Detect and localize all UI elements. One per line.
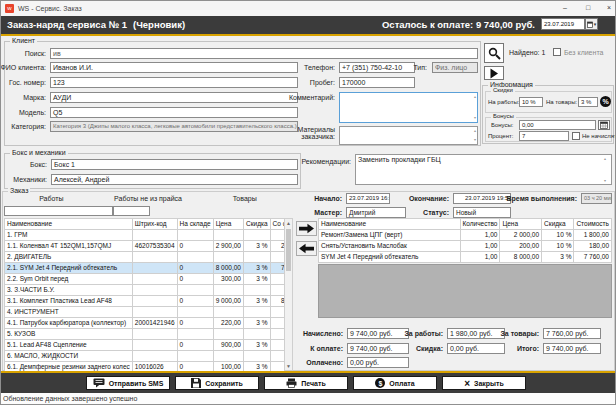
column-header[interactable]: Количество	[460, 219, 500, 230]
add-item-button[interactable]	[296, 221, 317, 236]
table-row[interactable]: 2. ДВИГАТЕЛЬ	[5, 252, 285, 263]
table-row[interactable]: 3. З.ЧАСТИ Б.У.	[5, 285, 285, 296]
table-cell: 1,00	[460, 230, 500, 241]
tab-works[interactable]: Работы	[3, 195, 100, 202]
column-header[interactable]: Стоимость	[574, 219, 612, 230]
table-row[interactable]: 4. ИНСТРУМЕНТ	[5, 307, 285, 318]
bonus-calendar-button[interactable]	[598, 120, 610, 130]
discount-percent-button[interactable]: %	[600, 96, 611, 107]
payment-button[interactable]: $ Оплата	[353, 376, 437, 390]
print-button[interactable]: Печать	[264, 376, 348, 390]
no-client-checkbox[interactable]	[553, 48, 561, 56]
table-cell: 0	[177, 274, 213, 285]
table-cell	[132, 329, 177, 340]
maximize-button[interactable]: □	[586, 4, 590, 11]
table-row[interactable]: 1. ГРМ	[5, 230, 285, 241]
table-cell	[243, 329, 270, 340]
column-header[interactable]: Цена	[500, 219, 542, 230]
scroll-down-icon[interactable]: ▾	[604, 179, 614, 183]
bonuses-legend: Бонусы	[491, 113, 516, 119]
scrollbar-thumb[interactable]	[286, 229, 291, 271]
brand-field[interactable]: АУДИ	[50, 92, 298, 103]
scroll-down-icon[interactable]: ▼	[286, 363, 291, 369]
column-header[interactable]: Скидка	[542, 219, 574, 230]
recommendations-textarea[interactable]: Заменить прокладки ГБЦ	[355, 154, 612, 185]
box-select[interactable]: Бокс 1	[51, 159, 298, 170]
scroll-up-icon[interactable]: ▴	[474, 129, 476, 133]
send-sms-label: Отправить SMS	[109, 380, 164, 387]
column-header[interactable]: Наименование	[319, 219, 461, 230]
table-row[interactable]: 5.1. Lead AF48 Сцепление0900,003 %873,00	[5, 340, 285, 351]
scroll-down-icon[interactable]: ▾	[474, 138, 476, 142]
mechanics-select[interactable]: Алексей, Андрей	[51, 174, 298, 185]
phone-field[interactable]: +7 (351) 750-42-10	[339, 62, 415, 73]
table-cell: 2.1. SYM Jet 4 Передний обтекатель	[5, 263, 133, 274]
client-search-button[interactable]	[484, 43, 504, 63]
send-sms-button[interactable]: Отправить SMS	[86, 376, 170, 390]
column-header[interactable]: На складе	[177, 219, 213, 230]
client-search-input[interactable]: ив	[50, 48, 478, 59]
comment-textarea[interactable]: ▴ ▾	[339, 92, 478, 123]
table-row[interactable]: 6.1. Демпферные резинки заднего колес100…	[5, 362, 285, 372]
table-cell	[243, 285, 270, 296]
tab-goods[interactable]: Товары	[196, 195, 293, 202]
model-field[interactable]: Q5	[50, 107, 298, 118]
column-header[interactable]: Наименование	[5, 219, 133, 230]
order-date-input[interactable]: 23.07.2019	[541, 18, 585, 30]
table-row[interactable]: SYM Jet 4 Передний обтекатель1,008 000,0…	[319, 252, 612, 263]
table-row[interactable]: 4.1. Патрубок карбюратора (коллектор)200…	[5, 318, 285, 329]
bonus-percent-label: Процент:	[488, 133, 513, 139]
order-header: Заказ-наряд сервиса № 1 (Черновик) Остал…	[1, 16, 616, 34]
no-accrue-checkbox[interactable]	[572, 132, 580, 140]
column-header[interactable]: Цена	[213, 219, 243, 230]
column-header[interactable]: Со скидкой	[270, 219, 284, 230]
remove-item-button[interactable]	[296, 241, 317, 256]
expand-panel-button[interactable]	[484, 66, 504, 80]
table-cell: 10 %	[542, 241, 574, 252]
client-group: Клиент Поиск: ив ФИО клиента: Иванов И.И…	[4, 41, 481, 146]
category-select[interactable]: Категория 3 (Джипы малого класса, легков…	[50, 121, 298, 132]
table-cell	[132, 351, 177, 362]
scroll-down-icon[interactable]: ▾	[474, 116, 476, 120]
catalog-scrollbar[interactable]: ▲ ▼	[284, 218, 293, 371]
mileage-stepper[interactable]: 170000	[339, 77, 415, 88]
table-row[interactable]: 2.2. Sym Orbit перед0300,003 %291,00	[5, 274, 285, 285]
table-cell: 10016026	[132, 362, 177, 372]
table-row[interactable]: 3.1. Комплект Пластика Lead AF4809 000,0…	[5, 296, 285, 307]
close-window-button[interactable]: ×	[607, 4, 611, 11]
client-type-field[interactable]: Физ. лицо	[432, 62, 478, 73]
minimize-button[interactable]: –	[563, 4, 567, 11]
scroll-up-icon[interactable]: ▲	[286, 220, 291, 226]
mileage-label: Пробег:	[310, 79, 335, 86]
materials-textarea[interactable]: ▴ ▾	[339, 126, 478, 145]
table-cell	[270, 285, 284, 296]
table-row[interactable]: 5. КУЗОВ	[5, 329, 285, 340]
box-mechanics-legend: Бокс и механики	[10, 149, 68, 156]
tab-works-custom[interactable]: Работы не из прайса	[100, 195, 197, 202]
table-cell: 3 %	[243, 362, 270, 372]
order-date-picker-button[interactable]: ▾	[585, 18, 598, 30]
table-row[interactable]: Снять/Установить Маслобак1,00200,0010 %1…	[319, 241, 612, 252]
catalog-name-filter-input[interactable]	[4, 206, 113, 216]
client-name-field[interactable]: Иванов И.И.	[50, 62, 298, 73]
table-row[interactable]: 2.1. SYM Jet 4 Передний обтекатель08 000…	[5, 263, 285, 274]
close-button[interactable]: × Закрыть	[442, 376, 526, 390]
table-cell: 291,00	[270, 274, 284, 285]
save-button[interactable]: Сохранить	[175, 376, 259, 390]
no-accrue-label: Не начислять	[582, 133, 616, 139]
table-row[interactable]: Ремонт/Замена ЦПГ (верт)1,002 000,0010 %…	[319, 230, 612, 241]
goods-discount-field[interactable]: 3 %	[578, 97, 598, 107]
table-row[interactable]: 6. МАСЛО, ЖИДКОСТИ	[5, 351, 285, 362]
table-cell	[243, 230, 270, 241]
catalog-barcode-filter-input[interactable]	[113, 206, 150, 216]
scroll-up-icon[interactable]: ▴	[604, 157, 614, 161]
column-header[interactable]: Скидка	[243, 219, 270, 230]
scroll-up-icon[interactable]: ▴	[474, 95, 476, 99]
table-row[interactable]: 1.1. Коленвал 4Т 152QM1,157QMJ4620753530…	[5, 241, 285, 252]
plate-number-field[interactable]: 123	[50, 77, 298, 88]
table-cell: 0	[177, 362, 213, 372]
works-discount-field[interactable]: 10 %	[519, 97, 543, 107]
column-header[interactable]: Штрих-код	[132, 219, 177, 230]
bonus-percent-field[interactable]: 7	[519, 131, 569, 141]
bonus-field[interactable]: 0,00	[519, 120, 596, 130]
